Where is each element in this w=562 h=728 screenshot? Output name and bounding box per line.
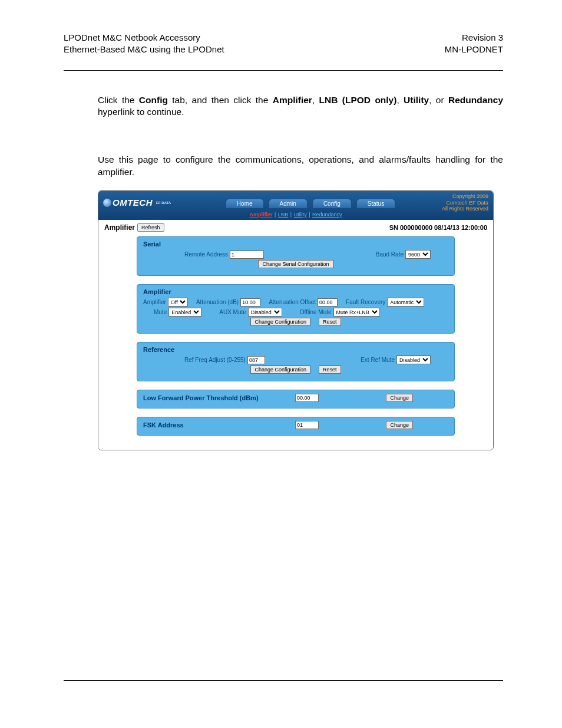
separator: | (308, 212, 312, 218)
text: tab, and then click the (168, 95, 273, 105)
copyright-block: Copyright 2009 Comtech EF Data All Right… (418, 193, 488, 212)
aux-mute-select[interactable]: Disabled (248, 308, 282, 317)
amplifier-state-label: Amplifier (143, 299, 166, 305)
ref-freq-adjust-label: Ref Freq Adjust (0-255) (184, 357, 246, 363)
offline-mute-label: Offline Mute (300, 309, 332, 315)
refresh-button[interactable]: Refresh (137, 223, 164, 232)
amplifier-panel: Amplifier Amplifier Off Attenuation (dB)… (137, 284, 455, 334)
doc-title-line2: Ethernet-Based M&C using the LPODnet (64, 44, 224, 55)
amplifier-state-select[interactable]: Off (168, 298, 188, 307)
text-lnb: LNB (LPOD only) (319, 95, 397, 105)
globe-icon (103, 199, 111, 207)
tab-home[interactable]: Home (226, 199, 264, 208)
text: , (312, 95, 319, 105)
logo-text: OMTECH (113, 197, 153, 207)
reference-panel: Reference Ref Freq Adjust (0-255) Ext Re… (137, 342, 455, 381)
attenuation-offset-input[interactable] (318, 298, 338, 307)
serial-number-timestamp: SN 000000000 08/14/13 12:00:00 (389, 224, 487, 231)
baud-rate-label: Baud Rate (376, 251, 404, 258)
lfpt-title: Low Forward Power Threshold (dBm) (143, 394, 290, 401)
remote-address-input[interactable] (230, 251, 264, 259)
tab-config[interactable]: Config (312, 199, 352, 208)
copyright-line2: Comtech EF Data (418, 200, 488, 206)
doc-header-right: Revision 3 MN-LPODNET (445, 32, 503, 56)
logo-subtext: EF DATA (156, 201, 171, 205)
separator: | (289, 212, 293, 218)
fault-recovery-label: Fault Recovery (346, 299, 385, 305)
text: , (396, 95, 404, 105)
baud-rate-select[interactable]: 9600 (405, 250, 431, 259)
amplifier-panel-title: Amplifier (143, 288, 448, 295)
top-banner: OMTECH EF DATA Home Admin Config Status … (98, 191, 493, 220)
attenuation-input[interactable] (240, 298, 260, 307)
serial-panel-title: Serial (143, 241, 448, 248)
reference-panel-title: Reference (143, 346, 448, 353)
lfpt-input[interactable] (295, 394, 319, 402)
doc-header-left: LPODnet M&C Netbook Accessory Ethernet-B… (64, 32, 224, 56)
text: , or (429, 95, 448, 105)
fault-recovery-select[interactable]: Automatic (387, 298, 424, 307)
ext-ref-mute-label: Ext Ref Mute (361, 357, 395, 363)
tab-admin[interactable]: Admin (269, 199, 308, 208)
doc-title-line1: LPODnet M&C Netbook Accessory (64, 32, 224, 44)
text-config: Config (139, 95, 168, 105)
attenuation-label: Attenuation (dB) (196, 299, 239, 305)
page-title: Amplifier (104, 223, 135, 232)
doc-id: MN-LPODNET (445, 44, 503, 55)
lfpt-change-button[interactable]: Change (386, 394, 413, 402)
doc-header: LPODnet M&C Netbook Accessory Ethernet-B… (64, 32, 503, 71)
separator: | (273, 212, 277, 218)
reset-reference-button[interactable]: Reset (319, 365, 341, 374)
page-title-bar: Amplifier Refresh SN 000000000 08/14/13 … (104, 223, 487, 232)
text-utility: Utility (404, 95, 429, 105)
intro-paragraph-1: Click the Config tab, and then click the… (98, 94, 503, 119)
fsk-input[interactable] (295, 421, 319, 429)
text: Click the (98, 95, 139, 105)
subtab-utility[interactable]: Utility (294, 212, 307, 218)
ui-body: Amplifier Refresh SN 000000000 08/14/13 … (98, 220, 493, 450)
change-reference-config-button[interactable]: Change Configuration (250, 365, 310, 374)
subtab-lnb[interactable]: LNB (278, 212, 289, 218)
doc-footer-rule (64, 680, 503, 681)
text-amplifier: Amplifier (273, 95, 312, 105)
ext-ref-mute-select[interactable]: Disabled (396, 355, 431, 364)
fsk-change-button[interactable]: Change (386, 421, 413, 429)
text: hyperlink to continue. (98, 107, 184, 117)
config-amplifier-screenshot: OMTECH EF DATA Home Admin Config Status … (98, 190, 494, 450)
fsk-panel: FSK Address Change (137, 417, 455, 436)
logo: OMTECH EF DATA (103, 197, 203, 207)
text-redundancy: Redundancy (448, 95, 503, 105)
mute-label: Mute (154, 309, 167, 315)
reset-amplifier-button[interactable]: Reset (319, 318, 341, 326)
serial-panel: Serial Remote Address Baud Rate 9600 Cha… (137, 236, 455, 276)
ref-freq-adjust-input[interactable] (247, 356, 265, 364)
subtab-redundancy[interactable]: Redundancy (312, 212, 342, 218)
mute-select[interactable]: Enabled (168, 308, 201, 317)
fsk-title: FSK Address (143, 421, 290, 429)
subtab-amplifier[interactable]: Amplifier (249, 212, 272, 218)
change-amplifier-config-button[interactable]: Change Configuration (250, 318, 310, 326)
main-tabs: Home Admin Config Status (203, 197, 418, 208)
tab-status[interactable]: Status (356, 199, 395, 208)
lfpt-panel: Low Forward Power Threshold (dBm) Change (137, 390, 455, 409)
copyright-line1: Copyright 2009 (418, 193, 488, 199)
doc-revision: Revision 3 (445, 32, 503, 44)
sub-tabs: Amplifier | LNB | Utility | Redundancy (103, 212, 488, 219)
intro-paragraph-2: Use this page to configure the communica… (98, 154, 503, 179)
remote-address-label: Remote Address (184, 251, 228, 258)
change-serial-config-button[interactable]: Change Serial Configuration (258, 260, 333, 268)
copyright-line3: All Rights Reserved (418, 206, 488, 212)
offline-mute-select[interactable]: Mute Rx+LNB (333, 308, 380, 317)
aux-mute-label: AUX Mute (219, 309, 246, 315)
attenuation-offset-label: Attenuation Offset (269, 299, 316, 305)
